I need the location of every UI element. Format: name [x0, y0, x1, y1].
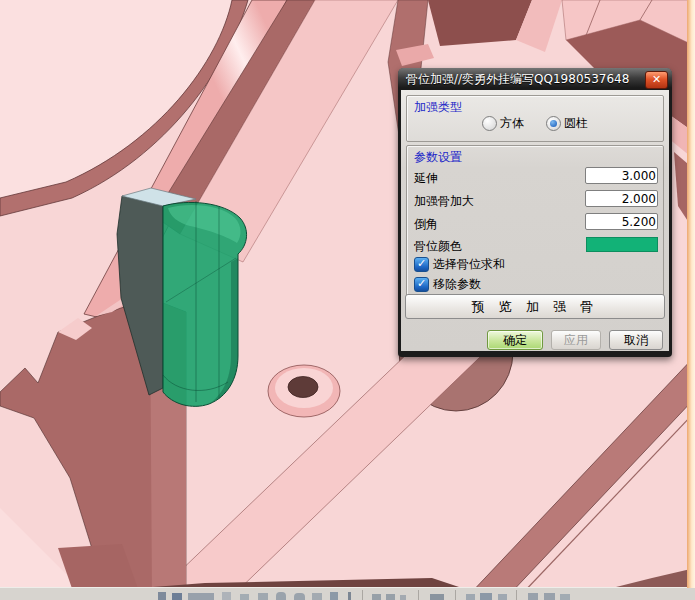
toolbar-separator: [516, 590, 517, 600]
rib-reinforce-dialog: 骨位加强//奕勇外挂编写QQ1980537648 ✕ 加强类型 方体 圆柱: [398, 68, 672, 357]
params-groupbox: 参数设置 延伸 加强骨加大 倒角 骨位颜色 ✓ 选择骨位求和 ✓ 移除参数: [406, 145, 664, 297]
cad-application-window: 骨位加强//奕勇外挂编写QQ1980537648 ✕ 加强类型 方体 圆柱: [0, 0, 695, 600]
dialog-title: 骨位加强//奕勇外挂编写QQ1980537648: [406, 68, 629, 90]
toolbar-separator: [362, 590, 363, 600]
close-icon[interactable]: ✕: [645, 71, 668, 89]
toolbar-icon-fragment[interactable]: [372, 594, 381, 600]
rib-color-label: 骨位颜色: [414, 238, 462, 255]
window-edge: [687, 0, 695, 588]
toolbar-icon-fragment[interactable]: [222, 592, 231, 600]
toolbar-icon-fragment[interactable]: [276, 592, 286, 600]
toolbar-icon-fragment[interactable]: [330, 592, 338, 600]
dialog-body: 加强类型 方体 圆柱 参数设置 延伸 加强骨加大: [401, 90, 669, 351]
field-extend-label: 延伸: [414, 170, 438, 187]
params-group-label: 参数设置: [414, 149, 462, 166]
type-radio-row: 方体 圆柱: [407, 115, 663, 132]
field-enlarge-input[interactable]: [585, 190, 658, 207]
toolbar-icon-fragment[interactable]: [528, 593, 538, 600]
toolbar-icon-fragment[interactable]: [544, 593, 555, 600]
toolbar-icon-fragment[interactable]: [480, 593, 492, 600]
toolbar-icon-fragment[interactable]: [348, 592, 351, 600]
screw-hole: [288, 377, 318, 398]
toolbar-icon-fragment[interactable]: [188, 593, 214, 600]
type-group-label: 加强类型: [414, 99, 462, 116]
field-extend-input[interactable]: [585, 167, 658, 184]
radio-square[interactable]: 方体: [482, 115, 524, 132]
checkbox-sum-label: 选择骨位求和: [433, 256, 505, 273]
toolbar-icon-fragment[interactable]: [400, 595, 406, 600]
toolbar-icon-fragment[interactable]: [430, 594, 444, 600]
toolbar-icon-fragment[interactable]: [172, 593, 182, 600]
checkbox-sum-row[interactable]: ✓ 选择骨位求和: [414, 256, 505, 273]
field-enlarge-label: 加强骨加大: [414, 193, 474, 210]
checkbox-remove-params-label: 移除参数: [433, 276, 481, 293]
bottom-toolbar[interactable]: [0, 587, 695, 600]
toolbar-icon-fragment[interactable]: [560, 594, 570, 600]
toolbar-icon-fragment[interactable]: [240, 594, 249, 600]
ok-button[interactable]: 确定: [487, 330, 543, 350]
type-groupbox: 加强类型 方体 圆柱: [406, 95, 664, 142]
radio-square-label: 方体: [500, 115, 524, 132]
toolbar-separator: [418, 590, 419, 600]
checkbox-sum-icon[interactable]: ✓: [414, 257, 429, 272]
radio-cylinder-icon[interactable]: [546, 116, 561, 131]
toolbar-icon-fragment[interactable]: [498, 594, 507, 600]
checkbox-remove-params-row[interactable]: ✓ 移除参数: [414, 276, 481, 293]
toolbar-icon-fragment[interactable]: [158, 592, 166, 600]
toolbar-icon-fragment[interactable]: [312, 593, 322, 600]
field-chamfer-input[interactable]: [585, 213, 658, 230]
toolbar-icon-fragment[interactable]: [386, 594, 395, 600]
dialog-titlebar[interactable]: 骨位加强//奕勇外挂编写QQ1980537648 ✕: [398, 68, 672, 90]
rib-color-swatch[interactable]: [586, 237, 658, 252]
cancel-button[interactable]: 取消: [609, 330, 663, 350]
toolbar-icon-fragment[interactable]: [466, 594, 475, 600]
apply-button[interactable]: 应用: [551, 330, 601, 350]
preview-rib-button[interactable]: 预 览 加 强 骨: [405, 294, 665, 319]
field-chamfer-label: 倒角: [414, 216, 438, 233]
radio-square-icon[interactable]: [482, 116, 497, 131]
checkbox-remove-params-icon[interactable]: ✓: [414, 277, 429, 292]
radio-cylinder[interactable]: 圆柱: [546, 115, 588, 132]
radio-cylinder-label: 圆柱: [564, 115, 588, 132]
toolbar-icon-fragment[interactable]: [258, 593, 268, 600]
toolbar-icon-fragment[interactable]: [294, 593, 305, 600]
toolbar-separator: [455, 590, 456, 600]
